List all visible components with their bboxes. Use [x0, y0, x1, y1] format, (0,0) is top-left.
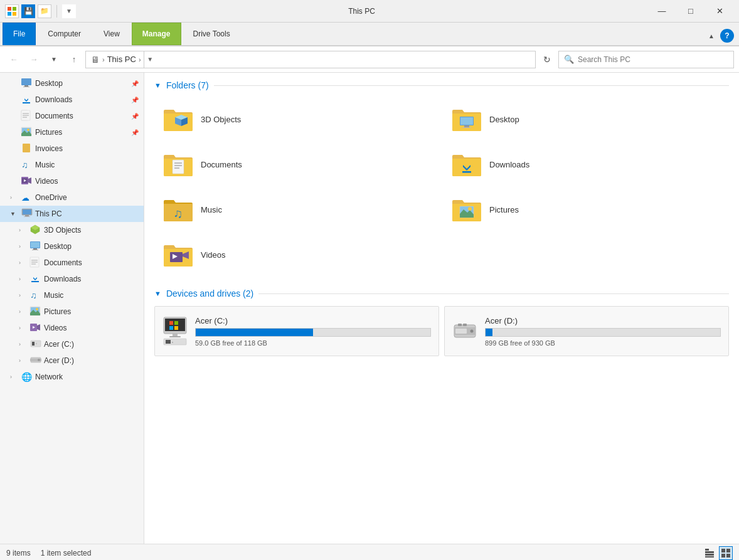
content-area: ▼ Folders (7)	[144, 73, 739, 544]
folder-item-desktop[interactable]: Desktop	[443, 98, 729, 140]
view-tiles-button[interactable]	[719, 546, 733, 560]
new-folder-icon-btn[interactable]: 📁	[38, 4, 51, 18]
sidebar-label: Acer (C:)	[44, 340, 74, 349]
sidebar-item-desktop-pinned[interactable]: Desktop 📌	[0, 75, 144, 92]
sidebar-item-music-pinned[interactable]: ♫ Music	[0, 157, 144, 173]
address-path-bar[interactable]: 🖥 › This PC › ▼	[85, 51, 536, 68]
back-button[interactable]: ←	[5, 51, 23, 68]
folders-section-header: ▼ Folders (7)	[154, 80, 729, 90]
expand-arrow: ›	[10, 374, 19, 380]
expand-arrow: ›	[19, 227, 28, 233]
folder-item-downloads[interactable]: Downloads	[443, 143, 729, 186]
svg-point-68	[468, 207, 472, 211]
sidebar-label: Documents	[35, 112, 73, 120]
folders-collapse-chevron[interactable]: ▼	[154, 82, 161, 89]
address-pc-icon: 🖥	[91, 55, 100, 65]
tab-file[interactable]: File	[3, 23, 36, 45]
sidebar-item-documents-pinned[interactable]: Documents 📌	[0, 108, 144, 124]
sidebar-item-thispc[interactable]: ▼ This PC	[0, 206, 144, 222]
sidebar-item-acerd[interactable]: › Acer (D:)	[0, 352, 144, 369]
drive-item-acerd[interactable]: Acer (D:) 899 GB free of 930 GB	[444, 306, 729, 356]
sidebar-label: Network	[35, 372, 63, 381]
folder-documents-icon	[162, 148, 194, 181]
drive-item-acerc[interactable]: Acer (C:) 59.0 GB free of 118 GB	[154, 306, 439, 356]
address-dropdown-btn[interactable]: ▼	[144, 51, 156, 68]
pin-icon: 📌	[131, 113, 139, 120]
recent-locations-button[interactable]: ▼	[45, 51, 63, 68]
search-icon: 🔍	[564, 55, 574, 64]
sidebar-item-documents[interactable]: › Documents	[0, 255, 144, 271]
search-input[interactable]	[578, 55, 728, 64]
help-button[interactable]: ?	[720, 29, 734, 43]
main-layout: Desktop 📌 Downloads 📌 Documents 📌	[0, 73, 739, 544]
app-icon	[5, 4, 19, 18]
path-separator: ›	[102, 56, 105, 63]
sidebar-item-downloads-pinned[interactable]: Downloads 📌	[0, 92, 144, 108]
music-icon: ♫	[21, 160, 33, 170]
item-count: 9 items	[6, 549, 31, 557]
folder-label: 3D Objects	[201, 115, 241, 124]
folders-grid: 3D Objects	[154, 98, 729, 276]
sidebar-item-network[interactable]: › 🌐 Network	[0, 369, 144, 385]
drive-c-fill	[196, 329, 313, 336]
sidebar-item-pictures[interactable]: › Pictures	[0, 304, 144, 320]
svg-rect-56	[460, 117, 473, 125]
svg-rect-3	[13, 12, 16, 16]
ribbon-collapse-arrow[interactable]: ▲	[705, 29, 718, 42]
ribbon-right-controls: ▲ ?	[703, 26, 736, 45]
sidebar-item-acerc[interactable]: › Acer (C:)	[0, 336, 144, 352]
tab-drive-tools[interactable]: Drive Tools	[183, 23, 241, 45]
folder-item-videos[interactable]: Videos	[154, 233, 440, 276]
svg-rect-26	[24, 216, 30, 217]
sidebar-item-desktop[interactable]: › Desktop	[0, 238, 144, 255]
folder-item-pictures[interactable]: Pictures	[443, 188, 729, 231]
path-separator2: ›	[139, 56, 141, 63]
ribbon-tab-bar: File Computer View Manage Drive Tools ▲ …	[0, 23, 739, 45]
search-box[interactable]: 🔍	[558, 51, 734, 68]
refresh-button[interactable]: ↻	[538, 51, 556, 68]
file-content: ▼ Folders (7)	[144, 73, 739, 544]
up-button[interactable]: ↑	[65, 51, 83, 68]
sidebar-item-invoices[interactable]: Invoices	[0, 140, 144, 157]
expand-arrow: ›	[19, 325, 28, 331]
svg-rect-75	[174, 321, 178, 325]
sidebar-item-downloads[interactable]: › Downloads	[0, 271, 144, 287]
music-icon: ♫	[30, 290, 41, 300]
maximize-button[interactable]: □	[676, 0, 705, 23]
save-icon-btn[interactable]: 💾	[21, 4, 35, 18]
drive-d-info: Acer (D:) 899 GB free of 930 GB	[485, 316, 721, 347]
forward-button[interactable]: →	[25, 51, 43, 68]
folders-section-title: Folders (7)	[166, 80, 209, 90]
view-list-button[interactable]	[703, 546, 716, 560]
onedrive-icon: ☁	[21, 193, 33, 203]
drive-d-free: 899 GB free of 930 GB	[485, 339, 721, 347]
3dobjects-icon	[30, 225, 41, 236]
desktop-icon	[21, 78, 33, 89]
folder-pictures-icon	[450, 193, 483, 226]
close-button[interactable]: ✕	[705, 0, 734, 23]
svg-point-17	[27, 129, 29, 131]
tab-view[interactable]: View	[93, 23, 130, 45]
sidebar-item-videos[interactable]: › Videos	[0, 320, 144, 336]
folder-item-3dobjects[interactable]: 3D Objects	[154, 98, 440, 140]
sidebar-item-music[interactable]: › ♫ Music	[0, 287, 144, 304]
svg-rect-47	[32, 342, 35, 346]
sidebar-item-3dobjects[interactable]: › 3D Objects	[0, 222, 144, 238]
sidebar-item-pictures-pinned[interactable]: Pictures 📌	[0, 124, 144, 140]
svg-rect-94	[726, 549, 730, 552]
drives-collapse-chevron[interactable]: ▼	[154, 290, 161, 297]
qat-dropdown[interactable]: ▼	[62, 4, 76, 18]
folder-item-documents[interactable]: Documents	[154, 143, 440, 186]
folder-item-music[interactable]: ♫ Music	[154, 188, 440, 231]
folder-label: Music	[201, 205, 222, 214]
sidebar-item-onedrive[interactable]: › ☁ OneDrive	[0, 189, 144, 206]
tab-manage[interactable]: Manage	[132, 23, 181, 45]
tab-computer[interactable]: Computer	[37, 23, 92, 45]
folders-divider	[214, 85, 729, 86]
sidebar-item-videos-pinned[interactable]: Videos	[0, 173, 144, 189]
sidebar-label: 3D Objects	[44, 226, 81, 235]
minimize-button[interactable]: —	[647, 0, 676, 23]
desktop-icon	[30, 241, 41, 252]
sidebar-label: Pictures	[44, 307, 71, 316]
folder-label: Videos	[201, 250, 226, 260]
